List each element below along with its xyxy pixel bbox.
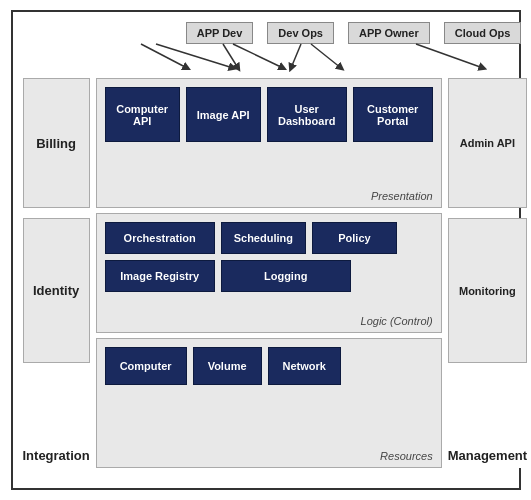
computer-api-btn[interactable]: Computer API bbox=[105, 87, 180, 142]
resources-row: Computer Volume Network bbox=[105, 347, 433, 385]
right-column: Admin API Monitoring Management bbox=[448, 78, 527, 468]
scheduling-btn[interactable]: Scheduling bbox=[221, 222, 306, 254]
center-column: Computer API Image API User Dashboard Cu… bbox=[96, 78, 442, 468]
integration-label: Integration bbox=[23, 363, 90, 468]
management-label: Management bbox=[448, 363, 527, 468]
main-area: Billing Identity Integration Computer AP… bbox=[23, 78, 509, 468]
image-api-btn[interactable]: Image API bbox=[186, 87, 261, 142]
arrows-svg bbox=[23, 22, 509, 74]
presentation-row: Computer API Image API User Dashboard Cu… bbox=[105, 87, 433, 142]
computer-btn[interactable]: Computer bbox=[105, 347, 187, 385]
logic-label: Logic (Control) bbox=[361, 315, 433, 327]
volume-btn[interactable]: Volume bbox=[193, 347, 262, 385]
logging-btn[interactable]: Logging bbox=[221, 260, 351, 292]
network-btn[interactable]: Network bbox=[268, 347, 341, 385]
svg-line-2 bbox=[223, 44, 238, 68]
resources-label: Resources bbox=[380, 450, 433, 462]
presentation-label: Presentation bbox=[371, 190, 433, 202]
left-column: Billing Identity Integration bbox=[23, 78, 90, 468]
customer-portal-btn[interactable]: Customer Portal bbox=[353, 87, 433, 142]
svg-line-5 bbox=[311, 44, 341, 68]
admin-api-box: Admin API bbox=[448, 78, 527, 208]
billing-box: Billing bbox=[23, 78, 90, 208]
presentation-panel: Computer API Image API User Dashboard Cu… bbox=[96, 78, 442, 208]
svg-line-1 bbox=[156, 44, 233, 68]
logic-panel: Orchestration Scheduling Policy Image Re… bbox=[96, 213, 442, 333]
orchestration-btn[interactable]: Orchestration bbox=[105, 222, 215, 254]
policy-btn[interactable]: Policy bbox=[312, 222, 397, 254]
svg-line-6 bbox=[416, 44, 483, 68]
identity-box: Identity bbox=[23, 218, 90, 363]
svg-line-4 bbox=[291, 44, 301, 68]
resources-panel: Computer Volume Network Resources bbox=[96, 338, 442, 468]
logic-row-2: Image Registry Logging bbox=[105, 260, 433, 292]
monitoring-box: Monitoring bbox=[448, 218, 527, 363]
svg-line-3 bbox=[233, 44, 283, 68]
logic-row-1: Orchestration Scheduling Policy bbox=[105, 222, 433, 254]
image-registry-btn[interactable]: Image Registry bbox=[105, 260, 215, 292]
diagram-wrapper: APP Dev Dev Ops APP Owner Cloud Ops bbox=[11, 10, 521, 490]
svg-line-0 bbox=[141, 44, 187, 68]
user-dashboard-btn[interactable]: User Dashboard bbox=[267, 87, 347, 142]
